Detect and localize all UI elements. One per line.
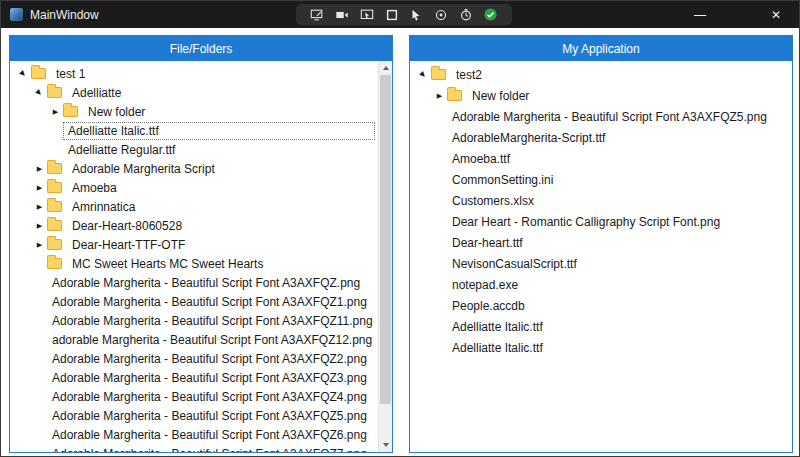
tree-item-file[interactable]: Adorable Margherita - Beautiful Script F… xyxy=(16,387,379,406)
tree-item-folder[interactable]: ▶Dear-Heart-8060528 xyxy=(16,216,379,235)
indent-spacer xyxy=(416,158,432,159)
tree-item-file[interactable]: Adelliatte Italic.ttf xyxy=(416,316,792,337)
tree-item-label: Adelliatte Italic.ttf xyxy=(447,318,548,336)
tree-item-file[interactable]: Customers.xlsx xyxy=(416,190,792,211)
expand-arrow-icon[interactable]: ▶ xyxy=(32,161,47,176)
tree-item-file[interactable]: adorable Margherita - Beautiful Script F… xyxy=(16,330,379,349)
window-title: MainWindow xyxy=(30,8,99,22)
tree-item-folder[interactable]: ▶New folder xyxy=(16,102,379,121)
indent-spacer xyxy=(16,187,32,188)
tree-item-file[interactable]: Adorable Margherita - Beautiful Script F… xyxy=(16,406,379,425)
indent-spacer xyxy=(416,137,432,138)
tree-item-folder[interactable]: ▶Amoeba xyxy=(16,178,379,197)
tree-item-folder[interactable]: ▶test 1 xyxy=(16,64,379,83)
folder-icon xyxy=(63,106,78,117)
expander-spacer xyxy=(432,256,447,271)
expander-spacer xyxy=(32,313,47,328)
tree-item-file[interactable]: Adorable Margherita - Beautiful Script F… xyxy=(16,444,379,452)
tree-item-label: Dear Heart - Romantic Calligraphy Script… xyxy=(447,213,725,231)
expander-spacer xyxy=(32,256,47,271)
tree-item-file[interactable]: Dear Heart - Romantic Calligraphy Script… xyxy=(416,211,792,232)
my-application-body: ▶test2▶New folderAdorable Margherita - B… xyxy=(410,61,792,452)
scroll-up-icon xyxy=(383,66,389,70)
expander-spacer xyxy=(432,130,447,145)
screen-draw-icon[interactable] xyxy=(310,7,325,22)
expand-arrow-icon[interactable]: ▶ xyxy=(432,88,447,103)
tree-item-file[interactable]: Amoeba.ttf xyxy=(416,148,792,169)
indent-spacer xyxy=(16,168,32,169)
expander-spacer xyxy=(32,294,47,309)
scroll-thumb[interactable] xyxy=(380,75,391,404)
indent-spacer xyxy=(16,396,32,397)
tree-item-label: Adorable Margherita Script xyxy=(67,160,220,178)
expander-spacer xyxy=(432,151,447,166)
close-button[interactable]: ✕ xyxy=(755,1,797,28)
tree-item-file[interactable]: Adorable Margherita - Beautiful Script F… xyxy=(16,425,379,444)
tree-item-folder[interactable]: ▶New folder xyxy=(416,85,792,106)
folder-icon xyxy=(47,163,62,174)
tree-item-folder[interactable]: ▶Amrinnatica xyxy=(16,197,379,216)
vertical-scrollbar[interactable] xyxy=(378,61,392,452)
tree-item-label: Adelliatte Regular.ttf xyxy=(63,141,180,159)
tree-item-label: Adorable Margherita - Beautiful Script F… xyxy=(47,293,372,311)
video-camera-icon[interactable] xyxy=(335,7,350,22)
expand-arrow-icon[interactable]: ▶ xyxy=(32,237,47,252)
tree-item-file[interactable]: Adorable Margherita - Beautiful Script F… xyxy=(16,349,379,368)
tree-item-folder[interactable]: ▶test2 xyxy=(416,64,792,85)
tree-item-file[interactable]: AdorableMargherita-Script.ttf xyxy=(416,127,792,148)
minimize-button[interactable]: — xyxy=(679,1,721,28)
success-check-icon[interactable] xyxy=(483,7,498,22)
expand-arrow-icon[interactable]: ▶ xyxy=(32,199,47,214)
tree-item-label: New folder xyxy=(467,87,534,105)
folder-icon xyxy=(47,220,62,231)
tree-item-file[interactable]: Adelliatte Italic.ttf xyxy=(16,121,379,140)
folder-icon xyxy=(47,258,62,269)
expand-arrow-icon[interactable]: ▶ xyxy=(32,180,47,195)
tree-item-folder[interactable]: MC Sweet Hearts MC Sweet Hearts xyxy=(16,254,379,273)
tree-item-folder[interactable]: ▶Adelliatte xyxy=(16,83,379,102)
indent-spacer xyxy=(416,326,432,327)
expander-spacer xyxy=(432,193,447,208)
app-icon xyxy=(10,8,23,21)
tree-item-file[interactable]: Adorable Margherita - Beautiful Script F… xyxy=(416,106,792,127)
expander-spacer xyxy=(48,123,63,138)
tree-item-file[interactable]: Adorable Margherita - Beautiful Script F… xyxy=(16,368,379,387)
expander-spacer xyxy=(432,235,447,250)
screen-cursor-icon[interactable] xyxy=(359,7,374,22)
expander-spacer xyxy=(32,389,47,404)
pointer-icon[interactable] xyxy=(409,7,424,22)
tree-item-file[interactable]: Adelliatte Regular.ttf xyxy=(16,140,379,159)
indent-spacer xyxy=(16,339,32,340)
tree-item-label: People.accdb xyxy=(447,297,530,315)
tree-item-file[interactable]: Adorable Margherita - Beautiful Script F… xyxy=(16,273,379,292)
tree-item-file[interactable]: CommonSetting.ini xyxy=(416,169,792,190)
expand-arrow-icon[interactable]: ▶ xyxy=(48,104,63,119)
tree-item-file[interactable]: Adelliatte Italic.ttf xyxy=(416,337,792,358)
indent-spacer xyxy=(16,130,48,131)
tree-item-file[interactable]: People.accdb xyxy=(416,295,792,316)
tree-item-file[interactable]: Adorable Margherita - Beautiful Script F… xyxy=(16,292,379,311)
tree-item-file[interactable]: Adorable Margherita - Beautiful Script F… xyxy=(16,311,379,330)
timer-icon[interactable] xyxy=(458,7,473,22)
tree-item-file[interactable]: NevisonCasualScript.ttf xyxy=(416,253,792,274)
tree-item-label: Adorable Margherita - Beautiful Script F… xyxy=(47,426,372,444)
tree-item-label: Dear-heart.ttf xyxy=(447,234,528,252)
indent-spacer xyxy=(16,149,48,150)
tree-item-label: Adorable Margherita - Beautiful Script F… xyxy=(47,445,372,453)
folder-icon xyxy=(447,90,462,101)
folder-icon xyxy=(47,182,62,193)
webcam-icon[interactable] xyxy=(434,7,449,22)
indent-spacer xyxy=(16,301,32,302)
tree-item-label: New folder xyxy=(83,103,150,121)
file-folders-body: ▶test 1▶Adelliatte▶New folderAdelliatte … xyxy=(10,61,392,452)
main-window: MainWindow — ✕ File/Fo xyxy=(0,0,800,457)
scroll-up-button[interactable] xyxy=(379,61,392,75)
tree-item-file[interactable]: Dear-heart.ttf xyxy=(416,232,792,253)
tree-item-folder[interactable]: ▶Dear-Heart-TTF-OTF xyxy=(16,235,379,254)
tree-item-file[interactable]: notepad.exe xyxy=(416,274,792,295)
expander-spacer xyxy=(432,319,447,334)
scroll-down-button[interactable] xyxy=(379,438,392,452)
tree-item-folder[interactable]: ▶Adorable Margherita Script xyxy=(16,159,379,178)
expand-arrow-icon[interactable]: ▶ xyxy=(32,218,47,233)
stop-square-icon[interactable] xyxy=(384,7,399,22)
